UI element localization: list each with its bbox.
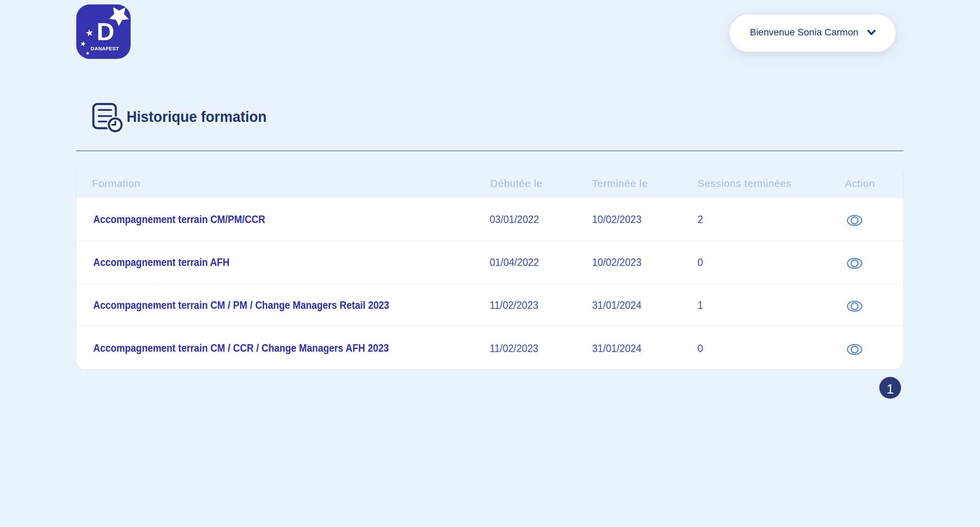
svg-text:DANAFEST: DANAFEST: [91, 46, 119, 51]
svg-text:D: D: [97, 18, 115, 45]
